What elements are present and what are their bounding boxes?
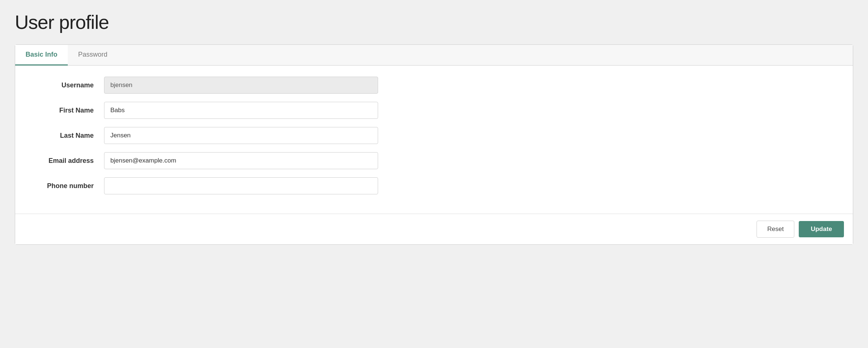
form-footer: Reset Update — [15, 214, 853, 244]
tabs-header: Basic Info Password — [15, 45, 853, 66]
input-email[interactable] — [104, 152, 378, 169]
update-button[interactable]: Update — [799, 221, 844, 237]
label-phone: Phone number — [23, 182, 104, 190]
form-row-email: Email address — [23, 152, 845, 169]
form-row-username: Username — [23, 77, 845, 94]
form-row-last-name: Last Name — [23, 127, 845, 144]
form-row-phone: Phone number — [23, 177, 845, 194]
input-last-name[interactable] — [104, 127, 378, 144]
tab-password[interactable]: Password — [68, 45, 118, 66]
label-email: Email address — [23, 157, 104, 165]
form-row-first-name: First Name — [23, 102, 845, 119]
reset-button[interactable]: Reset — [757, 221, 794, 238]
label-last-name: Last Name — [23, 132, 104, 140]
page-title: User profile — [15, 11, 853, 33]
form-body: Username First Name Last Name Email addr… — [15, 66, 853, 214]
input-first-name[interactable] — [104, 102, 378, 119]
input-username[interactable] — [104, 77, 378, 94]
tab-basic-info[interactable]: Basic Info — [15, 45, 68, 66]
input-phone[interactable] — [104, 177, 378, 194]
label-username: Username — [23, 81, 104, 89]
tabs-container: Basic Info Password Username First Name … — [15, 44, 853, 245]
label-first-name: First Name — [23, 107, 104, 114]
